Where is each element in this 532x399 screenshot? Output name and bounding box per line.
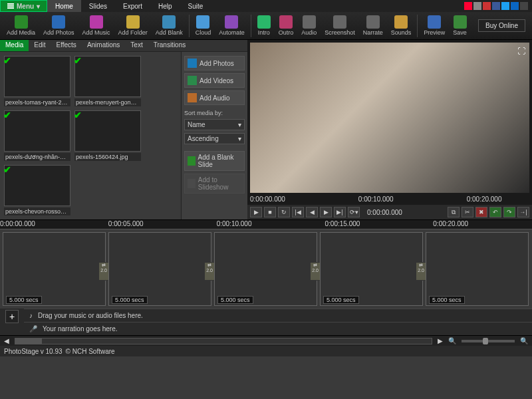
add-to-slideshow-button[interactable]: Add to Slideshow xyxy=(184,174,245,194)
toolbar-add-media[interactable]: Add Media xyxy=(3,14,39,37)
tab-suite[interactable]: Suite xyxy=(180,0,211,12)
music-icon: ♪ xyxy=(29,312,33,319)
toolbar-add-music[interactable]: Add Music xyxy=(78,14,114,37)
cut-button[interactable]: ✂ xyxy=(462,207,473,217)
sort-field-select[interactable]: Name▾ xyxy=(184,119,245,130)
buy-online-button[interactable]: Buy Online xyxy=(478,19,525,32)
toolbar-narrate[interactable]: Narrate xyxy=(359,14,387,37)
preview-ruler[interactable]: 0:00:00.000 0:00:10.000 0:00:20.000 xyxy=(247,196,532,205)
stop-button[interactable]: ■ xyxy=(264,207,276,217)
toolbar-narrate-icon xyxy=(366,15,380,29)
preview-controls: ▶ ■ ↻ |◀ ◀ ▶ ▶| ⟳▾ 0:00:00.000 ⧉ ✂ ✖ ↶ ↷… xyxy=(247,205,532,219)
timeline-clip[interactable]: 5.000 secs⇄2.0 xyxy=(320,232,423,306)
toolbar-outro[interactable]: Outro xyxy=(275,14,298,37)
toolbar-intro[interactable]: Intro xyxy=(253,14,275,37)
check-icon: ✔ xyxy=(3,164,11,175)
redo-button[interactable]: ↷ xyxy=(503,207,515,217)
toolbar-intro-icon xyxy=(257,15,271,29)
twitter-icon[interactable] xyxy=(501,2,509,10)
toolbar-save[interactable]: Save xyxy=(449,14,471,37)
zoom-out-icon[interactable]: 🔍 xyxy=(448,337,456,344)
timeline: 5.000 secs⇄2.05.000 secs⇄2.05.000 secs⇄2… xyxy=(0,229,532,335)
timeline-clips[interactable]: 5.000 secs⇄2.05.000 secs⇄2.05.000 secs⇄2… xyxy=(0,229,532,309)
media-thumb[interactable]: ✔pexels-1560424.jpg xyxy=(74,110,141,161)
subtab-effects[interactable]: Effects xyxy=(51,40,81,51)
timeline-clip[interactable]: 5.000 secs⇄2.0 xyxy=(3,232,106,306)
horizontal-scrollbar[interactable] xyxy=(15,338,432,344)
timeline-clip[interactable]: 5.000 secs⇄2.0 xyxy=(214,232,317,306)
youtube-icon[interactable] xyxy=(483,2,491,10)
add-audio-button[interactable]: Add Audio xyxy=(184,90,245,105)
toolbar-automate[interactable]: Automate xyxy=(215,14,249,37)
toolbar-screenshot[interactable]: Screenshot xyxy=(321,14,359,37)
music-track[interactable]: ♪Drag your music or audio files here. xyxy=(24,309,532,322)
menu-button[interactable]: Menu▾ xyxy=(0,0,47,12)
toolbar-add-photos[interactable]: Add Photos xyxy=(39,14,78,37)
tab-home[interactable]: Home xyxy=(47,0,81,12)
transition-handle[interactable]: ⇄2.0 xyxy=(416,262,426,281)
undo-button[interactable]: ↶ xyxy=(489,207,501,217)
tab-export[interactable]: Export xyxy=(115,0,150,12)
prev-button[interactable]: ◀ xyxy=(306,207,318,217)
timeline-clip[interactable]: 5.000 secs xyxy=(426,232,529,306)
social-icons xyxy=(464,0,532,12)
toolbar-preview-icon xyxy=(428,15,441,29)
subtab-edit[interactable]: Edit xyxy=(29,40,51,51)
add-photos-button[interactable]: Add Photos xyxy=(184,56,245,70)
settings-icon[interactable] xyxy=(520,2,528,10)
linkedin-icon[interactable] xyxy=(511,2,519,10)
toolbar-save-icon xyxy=(454,15,467,29)
zoom-slider[interactable] xyxy=(462,340,515,342)
media-thumb[interactable]: ✔pexels-dương-nhân-281742... xyxy=(4,110,70,161)
toolbar-audio[interactable]: Audio xyxy=(297,14,321,37)
toolbar-outro-icon xyxy=(279,15,293,29)
timeline-clip[interactable]: 5.000 secs⇄2.0 xyxy=(108,232,211,306)
copy-button[interactable]: ⧉ xyxy=(448,207,460,217)
narration-track[interactable]: 🎤Your narration goes here. xyxy=(24,322,532,335)
fullscreen-icon[interactable]: ⛶ xyxy=(517,47,525,56)
thumb-caption: pexels-1560424.jpg xyxy=(74,153,141,161)
check-icon: ✔ xyxy=(74,110,82,120)
subtab-text[interactable]: Text xyxy=(125,40,148,51)
preview-viewport[interactable]: ⛶ xyxy=(250,43,529,193)
last-button[interactable]: ▶| xyxy=(334,207,346,217)
scroll-right-icon[interactable]: ▶ xyxy=(438,337,443,344)
speed-button[interactable]: ⟳▾ xyxy=(348,207,360,217)
toolbar-add-blank[interactable]: Add Blank xyxy=(152,14,187,37)
media-thumb[interactable]: ✔pexels-meruyert-gonullu-724... xyxy=(74,56,141,106)
toolbar-add-folder[interactable]: Add Folder xyxy=(114,14,152,37)
toolbar-add-folder-icon xyxy=(126,15,140,29)
timeline-ruler[interactable]: 0:00:00.0000:00:05.0000:00:10.0000:00:15… xyxy=(0,219,532,229)
toolbar-sounds[interactable]: Sounds xyxy=(387,14,416,37)
more-button[interactable]: →| xyxy=(517,207,529,217)
main-toolbar: Add MediaAdd PhotosAdd MusicAdd FolderAd… xyxy=(0,12,532,40)
add-track-button[interactable]: + xyxy=(5,310,19,323)
flickr-icon[interactable] xyxy=(464,2,472,10)
facebook-icon[interactable] xyxy=(492,2,500,10)
add-videos-button[interactable]: Add Videos xyxy=(184,73,245,88)
subtab-transitions[interactable]: Transitions xyxy=(148,40,192,51)
transition-handle[interactable]: ⇄2.0 xyxy=(204,262,215,281)
subtab-media[interactable]: Media xyxy=(0,40,29,51)
play-button[interactable]: ▶ xyxy=(250,207,262,217)
subtab-animations[interactable]: Animations xyxy=(82,40,125,51)
toolbar-cloud[interactable]: Cloud xyxy=(192,14,215,37)
transition-handle[interactable]: ⇄2.0 xyxy=(310,262,321,281)
mic-icon: 🎤 xyxy=(29,325,37,332)
next-button[interactable]: ▶ xyxy=(320,207,332,217)
tab-slides[interactable]: Slides xyxy=(81,0,115,12)
toolbar-preview[interactable]: Preview xyxy=(420,14,449,37)
zoom-in-icon[interactable]: 🔍 xyxy=(520,337,528,344)
loop-button[interactable]: ↻ xyxy=(278,207,290,217)
sort-direction-select[interactable]: Ascending▾ xyxy=(184,133,245,144)
scroll-left-icon[interactable]: ◀ xyxy=(4,337,9,344)
delete-button[interactable]: ✖ xyxy=(475,207,487,217)
share-icon[interactable] xyxy=(473,2,481,10)
add-blank-slide-button[interactable]: Add a Blank Slide xyxy=(184,151,245,171)
transition-handle[interactable]: ⇄2.0 xyxy=(98,262,109,281)
first-button[interactable]: |◀ xyxy=(292,207,304,217)
media-thumb[interactable]: ✔pexels-tomas-ryant-269356... xyxy=(4,56,70,106)
tab-help[interactable]: Help xyxy=(150,0,180,12)
media-thumb[interactable]: ✔pexels-chevon-rossouw-255... xyxy=(4,165,70,215)
sort-label: Sort media by: xyxy=(184,110,245,116)
